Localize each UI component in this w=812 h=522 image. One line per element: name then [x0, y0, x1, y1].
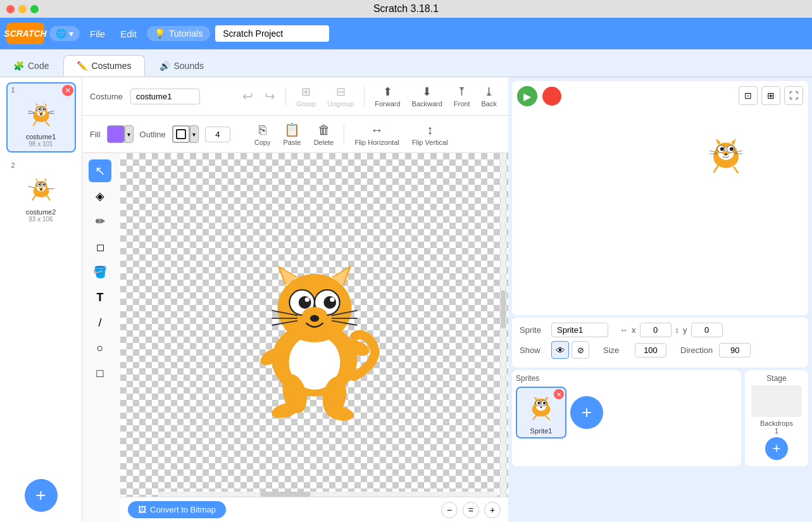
maximize-button[interactable] — [30, 5, 39, 13]
zoom-in-button[interactable]: + — [484, 502, 501, 518]
svg-point-8 — [40, 113, 42, 115]
tab-costumes[interactable]: ✏️ Costumes — [63, 55, 144, 77]
costume-delete-1[interactable]: ✕ — [62, 85, 73, 96]
eraser-icon: ◻ — [96, 241, 104, 253]
circle-tool[interactable]: ○ — [89, 337, 111, 359]
costume-item-1[interactable]: 1 ✕ — [6, 82, 76, 152]
fill-control[interactable]: ▾ — [107, 125, 134, 143]
outline-control[interactable]: ▾ — [172, 125, 199, 143]
front-button[interactable]: ⤒ Front — [450, 82, 474, 110]
group-button[interactable]: ⊞ Group — [292, 82, 320, 110]
language-button[interactable]: 🌐 ▾ — [49, 26, 80, 41]
fill-swatch[interactable] — [107, 125, 125, 143]
ungroup-button[interactable]: ⊟ Ungroup — [323, 82, 358, 110]
backward-button[interactable]: ⬇ Backward — [408, 82, 446, 110]
fill-arrow-button[interactable]: ▾ — [125, 125, 134, 143]
flip-h-button[interactable]: ↔ Flip Horizontal — [349, 120, 404, 149]
svg-line-75 — [734, 167, 739, 173]
redo-button[interactable]: ↪ — [261, 86, 279, 106]
green-flag-button[interactable]: ▶ — [517, 86, 537, 106]
flip-v-button[interactable]: ↕ Flip Vertical — [407, 120, 453, 149]
back-button[interactable]: ⤓ Back — [478, 82, 501, 110]
show-controls: 👁 ⊘ — [551, 341, 589, 359]
tab-sounds[interactable]: 🔊 Sounds — [146, 55, 217, 77]
file-menu[interactable]: File — [85, 26, 110, 42]
separator-2 — [364, 87, 365, 106]
fullscreen-button[interactable]: ⛶ — [784, 86, 803, 105]
scratch-cat-svg — [213, 211, 416, 439]
text-tool[interactable]: T — [89, 286, 111, 309]
forward-button[interactable]: ⬆ Forward — [371, 82, 404, 110]
size-input[interactable] — [205, 127, 230, 142]
add-costume-button[interactable]: + — [25, 479, 58, 512]
editor-area: Costume ↩ ↪ ⊞ Group ⊟ Ungroup — [82, 77, 508, 522]
globe-arrow-icon: ▾ — [69, 28, 73, 39]
select-tool[interactable]: ↖ — [89, 159, 111, 182]
rect-tool[interactable]: □ — [89, 362, 111, 385]
zoom-out-button[interactable]: − — [441, 502, 458, 518]
back-icon: ⤓ — [484, 85, 494, 99]
svg-line-74 — [714, 166, 718, 172]
close-button[interactable] — [6, 5, 15, 13]
main-layout: 1 ✕ — [0, 77, 812, 522]
costume-item-2[interactable]: 2 — [6, 158, 76, 228]
sprite-thumb-1[interactable]: ✕ — [516, 387, 566, 438]
fill-tool[interactable]: 🪣 — [89, 261, 111, 283]
project-name-input[interactable] — [215, 25, 329, 42]
sprite-info-panel: Sprite ↔ x ↕ y Show 👁 ⊘ Size — [512, 318, 808, 368]
add-sprite-button[interactable]: + — [570, 396, 603, 429]
costume-thumb-2 — [19, 168, 63, 206]
canvas-footer: 🖼 Convert to Bitmap − = + — [120, 497, 508, 522]
group-icon: ⊞ — [301, 85, 311, 99]
show-hidden-button[interactable]: ⊘ — [572, 341, 589, 359]
show-visible-button[interactable]: 👁 — [551, 341, 569, 359]
paste-button[interactable]: 📋 Paste — [278, 120, 306, 149]
delete-button[interactable]: 🗑 Delete — [309, 120, 339, 149]
edit-menu[interactable]: Edit — [115, 26, 142, 42]
titlebar: Scratch 3.18.1 — [0, 0, 812, 18]
reshape-tool[interactable]: ◈ — [89, 185, 111, 208]
brush-tool[interactable]: ✏ — [89, 210, 111, 233]
small-stage-button[interactable]: ⊡ — [739, 86, 758, 105]
line-tool[interactable]: / — [89, 311, 111, 334]
canvas-area[interactable] — [120, 153, 508, 522]
copy-button[interactable]: ⎘ Copy — [249, 120, 276, 149]
y-input[interactable] — [691, 323, 723, 337]
vertical-scrollbar[interactable] — [501, 153, 506, 497]
outline-label: Outline — [140, 130, 166, 139]
costume-size-2: 93 x 106 — [28, 216, 53, 223]
svg-marker-10 — [44, 103, 46, 106]
lightbulb-icon: 💡 — [154, 28, 165, 39]
size-value-input[interactable] — [635, 343, 666, 357]
tutorials-button[interactable]: 💡 Tutorials — [147, 26, 210, 41]
horizontal-scrollbar[interactable] — [158, 492, 498, 497]
costume-name-field[interactable] — [130, 89, 200, 104]
flip-v-icon: ↕ — [427, 123, 433, 137]
sprite-name-input[interactable] — [551, 323, 608, 337]
backdrops-count: 1 — [749, 427, 804, 435]
direction-input[interactable] — [719, 343, 751, 357]
rect-icon: □ — [97, 367, 104, 380]
x-input[interactable] — [640, 323, 671, 337]
costume-size-1: 98 x 101 — [28, 140, 53, 147]
outline-swatch[interactable] — [172, 125, 190, 143]
undo-button[interactable]: ↩ — [239, 86, 257, 106]
backward-icon: ⬇ — [422, 85, 432, 99]
tab-code[interactable]: 🧩 Code — [0, 55, 62, 77]
outline-arrow-button[interactable]: ▾ — [190, 125, 199, 143]
minimize-button[interactable] — [18, 5, 27, 13]
sprite-1-delete[interactable]: ✕ — [554, 389, 564, 399]
svg-point-64 — [720, 147, 724, 151]
checkered-canvas[interactable] — [120, 153, 508, 497]
convert-to-bitmap-button[interactable]: 🖼 Convert to Bitmap — [128, 501, 226, 518]
stage-panel-title: Stage — [749, 374, 804, 383]
large-stage-button[interactable]: ⊞ — [761, 86, 780, 105]
sprites-panel-label: Sprites — [516, 374, 737, 383]
add-backdrop-button[interactable]: + — [765, 437, 788, 460]
zoom-reset-button[interactable]: = — [463, 502, 479, 518]
eraser-tool[interactable]: ◻ — [89, 235, 111, 258]
size-label: Size — [603, 345, 628, 355]
reshape-icon: ◈ — [96, 189, 104, 203]
stop-button[interactable] — [542, 87, 561, 106]
stage-thumbnail[interactable] — [751, 385, 802, 417]
